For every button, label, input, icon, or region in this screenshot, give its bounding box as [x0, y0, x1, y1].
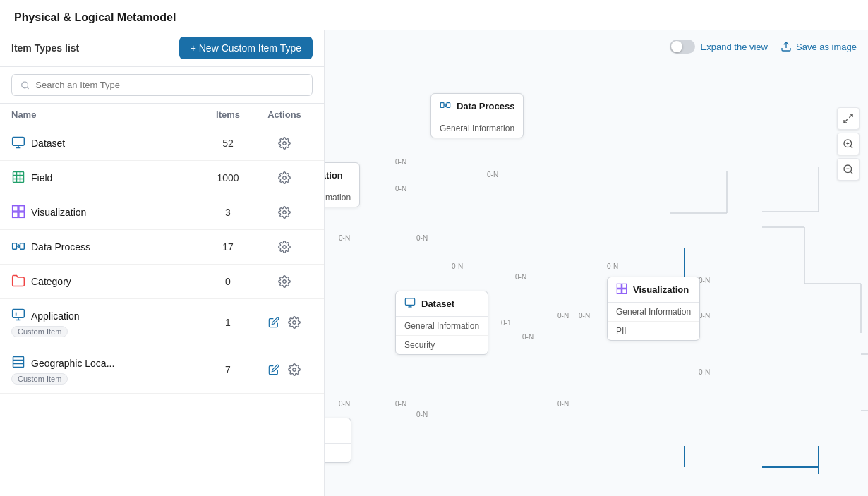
edit-button-application[interactable] — [266, 315, 282, 330]
table-row: Field1000 — [0, 161, 324, 195]
card-application-card[interactable]: ApplicationGeneral Information — [325, 162, 360, 207]
row-name-inner-dataset: Dataset — [11, 135, 200, 152]
row-name-inner-visualization: Visualization — [11, 205, 200, 221]
toggle-knob — [671, 41, 682, 52]
svg-rect-59 — [447, 103, 450, 108]
table-row: Category0 — [0, 265, 324, 299]
zoom-fit-button[interactable] — [837, 107, 860, 130]
actions-data-process — [256, 238, 313, 255]
card-icon-visualization-card — [616, 283, 627, 296]
row-label-field: Field — [31, 172, 52, 183]
row-label-visualization: Visualization — [31, 207, 86, 218]
row-label-category: Category — [31, 276, 71, 287]
edit-button-geographic-loca[interactable] — [266, 362, 282, 377]
svg-rect-66 — [405, 298, 414, 305]
save-label: Save as image — [796, 42, 857, 52]
svg-rect-11 — [13, 205, 18, 211]
row-name-data-process: Data Process — [11, 239, 200, 255]
card-kpi-card[interactable]: KPISecurité — [325, 418, 351, 463]
items-count-field: 1000 — [200, 172, 256, 183]
row-name-inner-geographic-loca: Geographic Loca... — [11, 355, 200, 371]
actions-dataset — [256, 135, 313, 152]
table-row: Visualization3 — [0, 195, 324, 230]
conn-label-8: 0-N — [557, 312, 569, 320]
table-row: Dataset52 — [0, 126, 324, 161]
connectors-svg — [325, 30, 868, 496]
page-title: Physical & Logical Metamodel — [0, 0, 868, 30]
svg-point-26 — [293, 321, 296, 325]
actions-field — [256, 169, 313, 186]
card-section-application-card: General Information — [325, 188, 359, 207]
save-image-icon — [780, 41, 792, 52]
settings-button-category[interactable] — [276, 273, 293, 290]
settings-button-dataset[interactable] — [276, 135, 293, 152]
svg-rect-70 — [622, 284, 627, 288]
expand-toggle[interactable]: Expand the view — [670, 40, 768, 54]
card-data-process-card[interactable]: Data ProcessGeneral Information — [430, 93, 524, 138]
svg-line-39 — [850, 171, 852, 174]
conn-label-18: 0-N — [699, 312, 710, 320]
save-as-image-button[interactable]: Save as image — [780, 41, 857, 52]
table-row: ApplicationCustom Item1 — [0, 299, 324, 346]
actions-category — [256, 273, 313, 290]
expand-label: Expand the view — [701, 42, 768, 52]
new-custom-item-type-button[interactable]: + New Custom Item Type — [179, 37, 313, 59]
svg-rect-71 — [617, 289, 621, 294]
svg-point-10 — [283, 176, 287, 180]
items-count-dataset: 52 — [200, 138, 256, 149]
conn-label-15: 0-N — [557, 400, 569, 408]
card-dataset-card[interactable]: DatasetGeneral InformationSecurity — [395, 291, 488, 355]
settings-button-visualization[interactable] — [276, 204, 293, 221]
row-label-geographic-loca: Geographic Loca... — [31, 358, 114, 369]
svg-rect-69 — [617, 284, 621, 288]
svg-point-22 — [283, 280, 287, 284]
zoom-out-icon — [843, 164, 854, 175]
items-count-data-process: 17 — [200, 241, 256, 253]
settings-button-application[interactable] — [286, 314, 303, 331]
settings-button-field[interactable] — [276, 169, 293, 186]
card-section-visualization-card: PII — [608, 322, 699, 340]
settings-button-geographic-loca[interactable] — [286, 361, 303, 378]
category-icon — [11, 274, 25, 290]
items-count-application: 1 — [200, 317, 256, 328]
card-section-dataset-card: Security — [396, 336, 488, 354]
row-name-visualization: Visualization — [11, 205, 200, 221]
svg-rect-16 — [13, 243, 17, 248]
search-input[interactable] — [35, 80, 303, 90]
search-bar — [0, 67, 324, 104]
conn-label-11: 0-N — [522, 333, 534, 341]
conn-label-2: 0-N — [395, 185, 406, 193]
card-header-data-process-card: Data Process — [431, 94, 523, 119]
card-visualization-card[interactable]: VisualizationGeneral InformationPII — [607, 277, 700, 341]
row-name-category: Category — [11, 274, 200, 290]
svg-point-0 — [22, 82, 28, 88]
search-icon — [20, 80, 30, 90]
svg-rect-27 — [13, 357, 24, 368]
row-name-inner-data-process: Data Process — [11, 239, 200, 255]
row-name-inner-application: Application — [11, 308, 200, 324]
col-items-header: Items — [200, 109, 256, 120]
table-header: Name Items Actions — [0, 104, 324, 126]
expand-toggle-switch[interactable] — [670, 40, 695, 54]
conn-label-17: 0-N — [699, 277, 710, 284]
item-types-list-label: Item Types list — [11, 42, 79, 54]
zoom-fit-icon — [843, 113, 854, 124]
actions-geographic-loca — [256, 361, 313, 378]
conn-label-3: 0-N — [339, 234, 350, 242]
zoom-out-button[interactable] — [837, 158, 860, 181]
card-header-application-card: Application — [325, 163, 359, 188]
card-section-data-process-card: General Information — [431, 119, 523, 138]
svg-point-4 — [283, 142, 287, 145]
data-process-icon — [11, 239, 25, 255]
card-header-kpi-card: KPI — [325, 418, 351, 444]
conn-label-9: 0-N — [579, 312, 590, 320]
settings-button-data-process[interactable] — [276, 238, 293, 255]
row-name-inner-field: Field — [11, 170, 200, 186]
conn-label-10: 0-1 — [501, 319, 511, 327]
svg-rect-23 — [13, 310, 25, 318]
svg-point-30 — [293, 368, 296, 372]
left-header: Item Types list + New Custom Item Type — [0, 30, 324, 67]
zoom-in-button[interactable] — [837, 133, 860, 155]
right-panel: Expand the view Save as image — [325, 30, 868, 496]
card-title-dataset-card: Dataset — [421, 298, 454, 309]
